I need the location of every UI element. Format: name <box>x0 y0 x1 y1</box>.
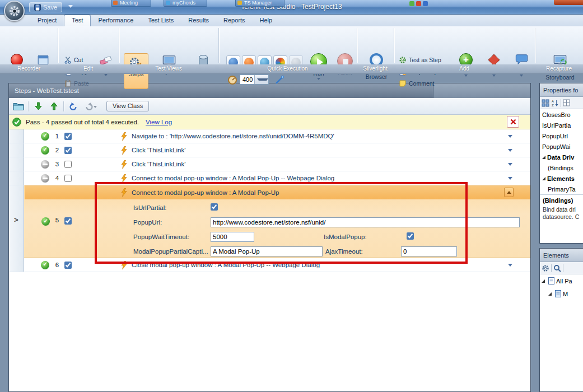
categorize-icon[interactable] <box>542 99 549 107</box>
expand-triangle-icon <box>548 292 552 296</box>
tab-help[interactable]: Help <box>253 15 280 26</box>
step-dropdown-arrow[interactable] <box>508 177 512 180</box>
row-selector[interactable] <box>9 157 24 171</box>
step-dropdown-arrow[interactable] <box>508 163 512 166</box>
sort-az-icon[interactable]: A Z <box>551 99 559 107</box>
undo-button[interactable] <box>67 100 80 113</box>
group-label-add: Add <box>394 66 535 72</box>
step-enabled-checkbox[interactable] <box>64 217 72 225</box>
step-description: Click 'ThisLinkLink' <box>132 147 185 153</box>
step-dropdown-arrow[interactable] <box>508 149 512 152</box>
move-step-up-button[interactable] <box>48 100 60 113</box>
step-row-4[interactable]: 4 Connect to modal pop-up window : A Mod… <box>9 171 530 185</box>
view-log-link[interactable]: View Log <box>146 119 172 125</box>
step-dropdown-arrow[interactable] <box>508 264 512 267</box>
row-selector[interactable] <box>9 258 24 272</box>
property-group-row[interactable]: Data Driv <box>540 152 583 162</box>
step-enabled-checkbox[interactable] <box>64 147 72 154</box>
ajax-timeout-input[interactable] <box>401 246 457 256</box>
step-action-icon <box>121 146 127 155</box>
step-row-5-expanded[interactable]: > Connect to modal pop-up window : A Mod… <box>9 185 530 258</box>
step-enabled-checkbox[interactable] <box>64 133 72 140</box>
step-description: Connect to modal pop-up window : A Modal… <box>132 175 334 181</box>
step-row-6[interactable]: 6 Close modal pop-up window : A Modal Po… <box>9 258 530 272</box>
row-selector[interactable] <box>9 129 24 143</box>
property-row[interactable]: IsUrlPartia <box>540 120 583 130</box>
popup-url-input[interactable] <box>211 217 520 227</box>
test-as-step-icon <box>399 56 407 64</box>
comment-button[interactable]: Comment <box>399 78 435 88</box>
execution-settings-icon[interactable] <box>274 75 284 85</box>
paste-clipboard-icon <box>64 80 72 87</box>
property-group-row[interactable]: Elements <box>540 173 583 184</box>
application-menu-button[interactable] <box>4 1 25 21</box>
is-modal-popup-checkbox[interactable] <box>407 232 414 240</box>
view-class-button[interactable]: View Class <box>106 101 149 111</box>
step-enabled-checkbox[interactable] <box>64 175 72 182</box>
app-window: Telerik Test Studio - TestProject13 Meet… <box>0 0 583 392</box>
property-grid-icon[interactable] <box>563 99 570 106</box>
step-row-3[interactable]: 3 Click 'ThisLinkLink' <box>9 157 530 171</box>
save-button[interactable]: Save <box>29 2 62 12</box>
titlebar: Telerik Test Studio - TestProject13 Meet… <box>0 0 583 15</box>
property-row[interactable]: PrimaryTa <box>540 184 583 194</box>
step-action-icon <box>121 261 127 269</box>
tab-performance[interactable]: Performance <box>91 15 141 26</box>
property-row[interactable]: ClosesBro <box>540 109 583 120</box>
group-label-recapture: Recapture <box>535 66 583 72</box>
row-selector[interactable] <box>9 143 24 157</box>
ajax-timeout-label: AjaxTimeout: <box>325 248 363 255</box>
modal-popup-partial-caption-input[interactable] <box>211 246 323 256</box>
paste-button[interactable]: Paste <box>64 78 89 88</box>
tab-project[interactable]: Project <box>30 15 64 26</box>
property-description: (Bindings) Bind data dri datasource. C <box>540 194 583 223</box>
run-dropdown-arrow <box>317 78 320 80</box>
search-icon[interactable] <box>553 264 561 272</box>
open-folder-button[interactable] <box>12 100 25 113</box>
gear-icon[interactable] <box>542 264 549 272</box>
elements-panel-header: Elements <box>540 249 583 262</box>
cut-button[interactable]: Cut <box>64 55 83 65</box>
test-as-step-button[interactable]: Test as Step <box>399 55 441 65</box>
element-tree-item-page[interactable]: M <box>540 287 583 300</box>
folder-icon <box>13 102 24 111</box>
popup-wait-timeout-input[interactable] <box>211 232 254 242</box>
current-row-selector[interactable]: > <box>9 185 24 258</box>
more-dropdown-arrow <box>464 74 468 77</box>
element-tree-item-all-pages[interactable]: All Pa <box>540 274 583 287</box>
properties-toolbar: A Z <box>540 97 583 109</box>
step-enabled-checkbox[interactable] <box>64 161 72 168</box>
step-row-2[interactable]: 2 Click 'ThisLinkLink' <box>9 143 530 157</box>
collapse-step-button[interactable] <box>504 188 514 197</box>
step-action-icon <box>121 188 127 197</box>
property-row[interactable]: PopupUrl <box>540 130 583 141</box>
close-icon <box>510 119 516 125</box>
move-step-down-button[interactable] <box>32 100 44 113</box>
group-label-recorder: Recorder <box>0 66 58 72</box>
speed-dropdown-arrow[interactable] <box>254 75 269 84</box>
group-label-quick-execution: Quick Execution <box>218 66 357 72</box>
tab-test-lists[interactable]: Test Lists <box>141 15 181 26</box>
step-status-icon <box>41 132 49 141</box>
step-number: 1 <box>53 133 62 139</box>
is-url-partial-checkbox[interactable] <box>211 203 218 211</box>
step-status-icon <box>41 174 49 183</box>
speed-combobox[interactable]: 400 <box>240 74 269 85</box>
step-row-1[interactable]: 1 Navigate to : 'http://www.codestore.ne… <box>9 129 530 143</box>
pass-status-bar: Pass - 4 passed out of total 4 executed.… <box>9 115 530 129</box>
expanded-step-header[interactable]: Connect to modal pop-up window : A Modal… <box>25 185 530 199</box>
tab-results[interactable]: Results <box>181 15 216 26</box>
step-number: 3 <box>53 161 62 167</box>
tab-test[interactable]: Test <box>64 15 91 26</box>
save-dropdown-arrow[interactable] <box>68 5 73 8</box>
close-status-bar-button[interactable] <box>507 116 519 128</box>
step-dropdown-arrow[interactable] <box>508 135 512 138</box>
page-icon <box>555 290 561 297</box>
step-action-icon <box>121 160 127 169</box>
redo-button[interactable] <box>83 100 99 113</box>
tab-reports[interactable]: Reports <box>216 15 253 26</box>
property-row[interactable]: (Bindings <box>540 162 583 173</box>
row-selector[interactable] <box>9 171 24 185</box>
step-enabled-checkbox[interactable] <box>64 262 72 269</box>
property-row[interactable]: PopupWai <box>540 141 583 152</box>
